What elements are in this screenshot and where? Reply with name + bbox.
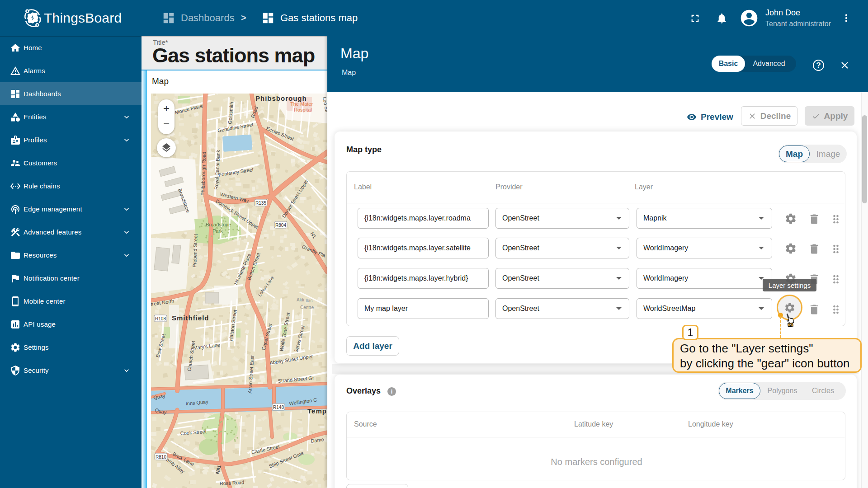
svg-text:Ilac: Ilac	[306, 298, 313, 303]
svg-text:R148: R148	[273, 405, 284, 410]
svg-text:R108: R108	[155, 316, 166, 321]
svg-text:Park: Park	[212, 228, 223, 234]
svg-text:Hospital: Hospital	[294, 107, 312, 113]
svg-text:R804: R804	[275, 223, 286, 228]
svg-text:Centre: Centre	[300, 305, 314, 310]
svg-text:Broadstone: Broadstone	[206, 222, 231, 227]
svg-text:R810: R810	[156, 455, 166, 460]
svg-text:Templ: Templ	[307, 407, 327, 415]
svg-text:The Mater: The Mater	[290, 101, 313, 107]
svg-text:Smithfield: Smithfield	[172, 314, 209, 322]
svg-text:Aldi: Aldi	[297, 297, 304, 302]
svg-text:R135: R135	[255, 201, 266, 206]
